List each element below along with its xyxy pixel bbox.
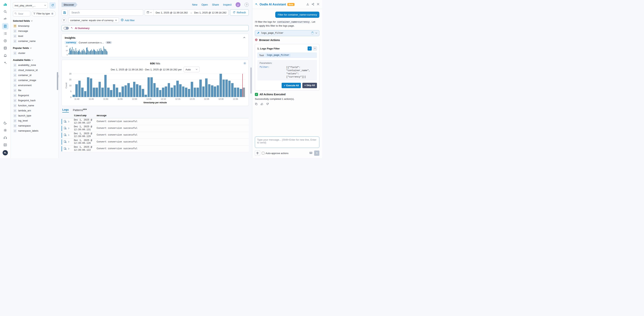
histogram-bar[interactable] — [243, 88, 245, 97]
histogram-bar[interactable] — [75, 52, 75, 55]
histogram-bar[interactable] — [99, 49, 100, 55]
histogram-bar[interactable] — [168, 83, 170, 97]
histogram-bar[interactable] — [104, 75, 107, 97]
field-item[interactable]: t timestamp — [13, 24, 56, 29]
histogram-bar[interactable] — [202, 87, 205, 97]
histogram-bar[interactable] — [237, 88, 239, 97]
inspect-doc-icon[interactable] — [64, 140, 66, 144]
histogram-bar[interactable] — [84, 50, 85, 55]
skip-all-button[interactable]: × Skip All — [302, 83, 317, 88]
histogram-bar[interactable] — [106, 50, 106, 55]
histogram-bar[interactable] — [84, 91, 86, 97]
field-item[interactable]: t message — [13, 29, 56, 34]
histogram-bar[interactable] — [85, 52, 86, 55]
field-search-input[interactable] — [18, 12, 29, 15]
histogram-bar[interactable] — [70, 51, 71, 55]
close-icon[interactable] — [317, 3, 320, 6]
topnav-link[interactable]: Open — [202, 3, 208, 6]
breadcrumb[interactable]: Discover — [62, 3, 78, 7]
histogram-bar[interactable] — [103, 51, 103, 55]
chart-options-gear-icon[interactable] — [243, 62, 246, 65]
histogram-bar[interactable] — [84, 49, 84, 55]
histogram-bar[interactable] — [80, 53, 81, 55]
field-item[interactable]: t launch_type — [13, 113, 56, 118]
save-query-button[interactable] — [62, 9, 68, 16]
date-to[interactable]: Dec 1, 2025 @ 12:39:18.282 — [192, 11, 228, 14]
histogram-bar[interactable] — [78, 50, 78, 55]
histogram-bar[interactable] — [69, 49, 70, 55]
histogram-bar[interactable] — [153, 83, 156, 97]
histogram-bar[interactable] — [93, 88, 95, 97]
refresh-button[interactable]: Refresh — [230, 9, 249, 16]
histogram-bar[interactable] — [75, 84, 78, 97]
histogram-bar[interactable] — [159, 90, 162, 97]
histogram-bar[interactable] — [106, 51, 107, 55]
field-item[interactable]: t fingerprint_hash — [13, 98, 56, 103]
field-item[interactable]: t container_image — [13, 78, 56, 83]
histogram-bar[interactable] — [119, 92, 121, 97]
histogram-bar[interactable] — [87, 47, 88, 55]
histogram-bar[interactable] — [182, 87, 184, 97]
histogram-plot[interactable] — [72, 74, 246, 97]
download-icon[interactable] — [306, 3, 309, 6]
histogram-bar[interactable] — [162, 88, 164, 97]
histogram-bar[interactable] — [72, 47, 72, 55]
search-input[interactable] — [71, 11, 141, 14]
search-bar[interactable] — [69, 9, 143, 16]
histogram-bar[interactable] — [97, 50, 98, 55]
selected-fields-header[interactable]: Selected fields — [13, 20, 56, 22]
histogram-bar[interactable] — [104, 49, 105, 55]
histogram-bar[interactable] — [107, 52, 108, 55]
inspect-doc-icon[interactable] — [64, 127, 66, 130]
thumbs-down-icon[interactable] — [266, 103, 269, 106]
histogram-bar[interactable] — [105, 49, 106, 55]
histogram-bar[interactable] — [100, 51, 100, 55]
help-icon[interactable]: ? — [244, 3, 249, 7]
histogram-bar[interactable] — [78, 51, 79, 55]
copy-icon[interactable] — [255, 103, 258, 106]
histogram-bar[interactable] — [199, 80, 202, 97]
collapse-icon[interactable] — [243, 36, 246, 39]
approve-action-button[interactable]: ✓ — [308, 47, 312, 51]
histogram-bar[interactable] — [110, 90, 112, 97]
field-item[interactable]: t lambda_arn — [13, 108, 56, 113]
support-icon[interactable] — [3, 136, 7, 140]
refresh-index-button[interactable] — [49, 2, 56, 9]
analytics-icon[interactable] — [3, 17, 7, 21]
expand-row-chevron-icon[interactable] — [68, 120, 70, 123]
histogram-bar[interactable] — [122, 87, 124, 97]
histogram-bar[interactable] — [107, 88, 110, 97]
histogram-bar[interactable] — [165, 87, 167, 97]
field-item[interactable]: t cluster — [13, 51, 56, 56]
field-search[interactable] — [13, 11, 30, 17]
histogram-bar[interactable] — [95, 51, 95, 55]
integrations-icon[interactable] — [3, 61, 7, 65]
histogram-bar[interactable] — [74, 49, 74, 55]
column-header-message[interactable]: message — [97, 114, 249, 117]
histogram-bar[interactable] — [127, 83, 130, 97]
histogram-bar[interactable] — [142, 89, 144, 97]
database-icon[interactable] — [3, 46, 7, 50]
histogram-bar[interactable] — [87, 77, 90, 97]
histogram-bar[interactable] — [79, 50, 80, 55]
histogram-bar[interactable] — [136, 84, 138, 97]
field-item[interactable]: t file — [13, 88, 56, 93]
histogram-bar[interactable] — [68, 53, 69, 55]
search-icon[interactable] — [3, 10, 7, 14]
histogram-bar[interactable] — [71, 50, 72, 55]
field-item[interactable]: t level — [13, 34, 56, 39]
histogram-bar[interactable] — [188, 89, 190, 97]
share-icon[interactable] — [312, 3, 314, 6]
histogram-bar[interactable] — [77, 52, 78, 55]
insight-pattern-row[interactable]: currency Convert conversion s… 606 — [65, 41, 246, 44]
tab-logs[interactable]: Logs — [62, 108, 69, 113]
histogram-bar[interactable] — [80, 52, 80, 55]
histogram-bar[interactable] — [86, 53, 86, 55]
histogram-bar[interactable] — [98, 51, 99, 55]
histogram-bar[interactable] — [94, 50, 94, 55]
histogram-bar[interactable] — [92, 51, 92, 55]
field-item[interactable]: t availability_zone — [13, 63, 56, 68]
expand-row-chevron-icon[interactable] — [68, 140, 70, 143]
histogram-bar[interactable] — [78, 81, 81, 97]
histogram-bar[interactable] — [82, 50, 83, 55]
